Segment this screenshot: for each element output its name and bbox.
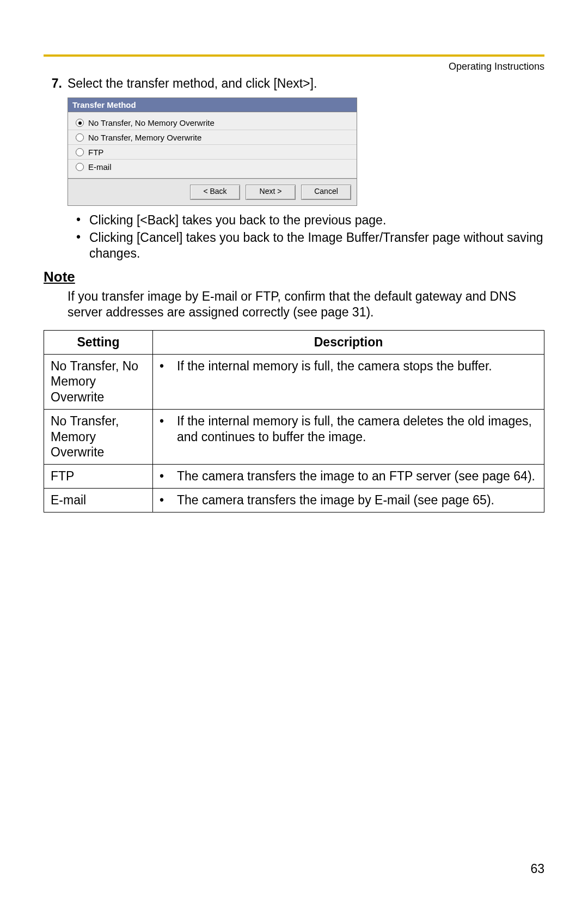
back-button[interactable]: < Back (190, 185, 240, 200)
radio-option-ftp[interactable]: FTP (68, 145, 357, 160)
radio-option-no-transfer-overwrite[interactable]: No Transfer, Memory Overwrite (68, 130, 357, 145)
table-row: No Transfer, Memory Overwrite • If the i… (44, 409, 544, 464)
table-header-row: Setting Description (44, 330, 544, 354)
dialog-title: Transfer Method (68, 98, 357, 112)
cell-description-text: The camera transfers the image by E-mail… (177, 492, 537, 508)
radio-icon (76, 163, 84, 171)
bullet-icon: • (68, 230, 89, 261)
dialog-body: No Transfer, No Memory Overwrite No Tran… (68, 112, 357, 175)
radio-icon (76, 133, 84, 142)
sub-bullet-list: • Clicking [<Back] takes you back to the… (68, 212, 544, 261)
radio-label: FTP (88, 148, 103, 157)
next-button[interactable]: Next > (246, 185, 296, 200)
cell-setting: No Transfer, No Memory Overwrite (44, 354, 153, 409)
cancel-button[interactable]: Cancel (301, 185, 351, 200)
list-item: • Clicking [Cancel] takes you back to th… (68, 230, 544, 261)
bullet-text: Clicking [Cancel] takes you back to the … (89, 230, 544, 261)
document-page: Operating Instructions 7. Select the tra… (0, 0, 588, 909)
th-setting: Setting (44, 330, 153, 354)
bullet-icon: • (160, 413, 177, 445)
dialog-button-bar: < Back Next > Cancel (68, 179, 357, 205)
note-body: If you transfer image by E-mail or FTP, … (68, 289, 544, 320)
cell-description-text: If the internal memory is full, the came… (177, 413, 537, 445)
bullet-icon: • (160, 492, 177, 508)
cell-description: • The camera transfers the image by E-ma… (153, 488, 544, 512)
cell-setting: No Transfer, Memory Overwrite (44, 409, 153, 464)
th-description: Description (153, 330, 544, 354)
bullet-icon: • (160, 358, 177, 374)
cell-description-text: If the internal memory is full, the came… (177, 358, 537, 374)
table-row: No Transfer, No Memory Overwrite • If th… (44, 354, 544, 409)
transfer-method-dialog: Transfer Method No Transfer, No Memory O… (68, 97, 357, 206)
page-content: 7. Select the transfer method, and click… (44, 76, 544, 513)
top-rule (44, 54, 544, 57)
cell-description: • The camera transfers the image to an F… (153, 465, 544, 489)
cell-setting: E-mail (44, 488, 153, 512)
bullet-icon: • (160, 468, 177, 484)
cell-description-text: The camera transfers the image to an FTP… (177, 468, 537, 484)
page-number: 63 (530, 862, 544, 876)
doc-title: Operating Instructions (449, 61, 544, 72)
radio-icon (76, 148, 84, 156)
cell-description: • If the internal memory is full, the ca… (153, 409, 544, 464)
note-heading: Note (44, 269, 544, 285)
radio-icon (76, 119, 84, 127)
table-row: FTP • The camera transfers the image to … (44, 465, 544, 489)
bullet-icon: • (68, 212, 89, 228)
table-row: E-mail • The camera transfers the image … (44, 488, 544, 512)
radio-label: No Transfer, No Memory Overwrite (88, 118, 215, 127)
bullet-text: Clicking [<Back] takes you back to the p… (89, 212, 544, 228)
cell-setting: FTP (44, 465, 153, 489)
radio-option-no-transfer-no-overwrite[interactable]: No Transfer, No Memory Overwrite (68, 115, 357, 130)
step-number: 7. (44, 76, 68, 91)
step-text: Select the transfer method, and click [N… (68, 76, 544, 91)
step-row: 7. Select the transfer method, and click… (44, 76, 544, 91)
radio-label: No Transfer, Memory Overwrite (88, 133, 201, 142)
list-item: • Clicking [<Back] takes you back to the… (68, 212, 544, 228)
settings-table: Setting Description No Transfer, No Memo… (44, 330, 544, 513)
radio-option-email[interactable]: E-mail (68, 160, 357, 174)
radio-label: E-mail (88, 162, 112, 172)
cell-description: • If the internal memory is full, the ca… (153, 354, 544, 409)
